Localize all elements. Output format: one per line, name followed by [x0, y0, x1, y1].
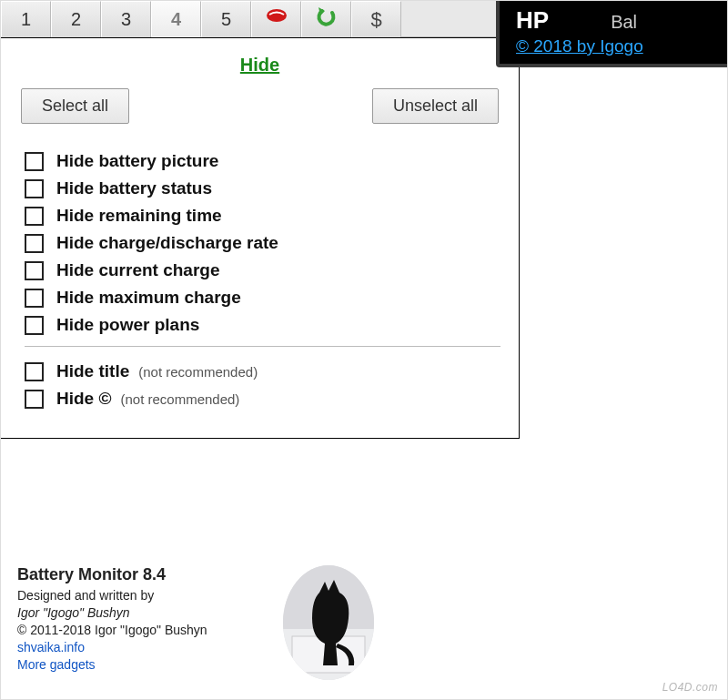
tab-tongue[interactable] — [251, 1, 301, 37]
option-hide-maximum-charge[interactable]: Hide maximum charge — [25, 288, 500, 308]
watermark: LO4D.com — [662, 681, 718, 694]
option-label: Hide maximum charge — [56, 288, 241, 308]
panel-title: Hide — [19, 55, 500, 76]
hide-panel: Hide Select all Unselect all Hide batter… — [1, 37, 520, 439]
svg-point-0 — [267, 9, 287, 22]
about-block: Battery Monitor 8.4 Designed and written… — [17, 563, 509, 674]
option-hide-charge-rate[interactable]: Hide charge/discharge rate — [25, 233, 500, 253]
tab-undo[interactable] — [301, 1, 351, 37]
hp-badge: HP Bal © 2018 by Igogo — [496, 0, 728, 67]
checkbox[interactable] — [25, 289, 44, 308]
option-label: Hide remaining time — [56, 206, 222, 226]
unselect-all-button[interactable]: Unselect all — [372, 88, 499, 124]
option-hide-title[interactable]: Hide title(not recommended) — [25, 361, 500, 381]
undo-icon — [315, 5, 339, 34]
tab-2[interactable]: 2 — [51, 1, 101, 37]
option-label: Hide current charge — [56, 260, 220, 280]
option-label: Hide charge/discharge rate — [56, 233, 278, 253]
dollar-icon: $ — [370, 8, 381, 32]
tab-5[interactable]: 5 — [201, 1, 251, 37]
tab-1[interactable]: 1 — [1, 1, 51, 37]
tab-3[interactable]: 3 — [101, 1, 151, 37]
option-label: Hide title(not recommended) — [56, 361, 258, 381]
link-site[interactable]: shvaika.info — [17, 639, 509, 656]
option-label: Hide ©(not recommended) — [56, 389, 239, 409]
option-label: Hide power plans — [56, 315, 199, 335]
hide-options: Hide battery picture Hide battery status… — [19, 151, 500, 409]
designed-by: Designed and written by — [17, 587, 509, 604]
checkbox[interactable] — [25, 316, 44, 335]
checkbox[interactable] — [25, 390, 44, 409]
option-note: (not recommended) — [138, 364, 258, 380]
option-note: (not recommended) — [120, 391, 239, 407]
option-label: Hide battery status — [56, 178, 212, 198]
checkbox[interactable] — [25, 207, 44, 226]
hp-copyright-link[interactable]: © 2018 by Igogo — [516, 36, 643, 56]
author: Igor "Igogo" Bushyn — [17, 604, 509, 622]
option-hide-battery-picture[interactable]: Hide battery picture — [25, 151, 500, 171]
link-more-gadgets[interactable]: More gadgets — [17, 656, 509, 674]
author-avatar — [283, 565, 374, 680]
separator — [25, 346, 500, 347]
checkbox[interactable] — [25, 362, 44, 381]
checkbox[interactable] — [25, 234, 44, 253]
checkbox[interactable] — [25, 152, 44, 171]
option-hide-current-charge[interactable]: Hide current charge — [25, 260, 500, 280]
balance-label: Bal — [611, 12, 637, 33]
checkbox[interactable] — [25, 179, 44, 198]
option-label: Hide battery picture — [56, 151, 218, 171]
checkbox[interactable] — [25, 261, 44, 280]
tab-4[interactable]: 4 — [151, 1, 201, 37]
hp-label: HP — [516, 6, 549, 35]
tongue-icon — [265, 5, 288, 34]
tab-donate[interactable]: $ — [351, 1, 401, 37]
app-title: Battery Monitor 8.4 — [17, 563, 509, 585]
option-hide-battery-status[interactable]: Hide battery status — [25, 178, 500, 198]
option-hide-copyright[interactable]: Hide ©(not recommended) — [25, 389, 500, 409]
option-hide-remaining-time[interactable]: Hide remaining time — [25, 206, 500, 226]
copyright: © 2011-2018 Igor "Igogo" Bushyn — [17, 622, 509, 639]
select-all-button[interactable]: Select all — [21, 88, 129, 124]
option-hide-power-plans[interactable]: Hide power plans — [25, 315, 500, 335]
